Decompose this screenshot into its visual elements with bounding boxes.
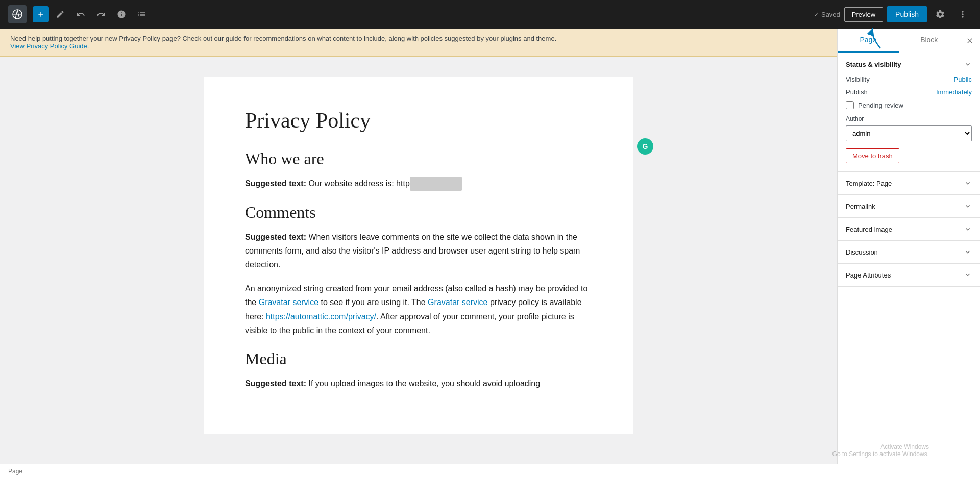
template-label: Template: Page	[846, 180, 892, 187]
permalink-label: Permalink	[846, 203, 875, 210]
page-attributes-section: Page Attributes	[838, 264, 980, 287]
preview-button[interactable]: Preview	[844, 7, 883, 22]
heading-media: Media	[245, 349, 592, 368]
publish-row: Publish Immediately	[846, 88, 972, 96]
featured-image-section: Featured image	[838, 218, 980, 241]
status-visibility-title: Status & visibility	[846, 61, 901, 68]
featured-image-label: Featured image	[846, 225, 892, 233]
visibility-row: Visibility Public	[846, 76, 972, 83]
publish-status-value[interactable]: Immediately	[936, 88, 972, 96]
gravatar-link[interactable]: Gravatar service	[259, 298, 318, 307]
visibility-value[interactable]: Public	[954, 76, 972, 83]
author-select[interactable]: admin	[846, 125, 972, 141]
paragraph-website-address: Suggested text: Our website address is: …	[245, 177, 592, 190]
template-section: Template: Page	[838, 172, 980, 195]
toolbar-left	[8, 5, 151, 23]
undo-button[interactable]	[71, 5, 90, 23]
paragraph-comments-1: Suggested text: When visitors leave comm…	[245, 230, 592, 272]
editor-content: G Privacy Policy Who we are Suggested te…	[204, 77, 633, 434]
heading-who-we-are: Who we are	[245, 149, 592, 168]
details-button[interactable]	[112, 5, 131, 23]
page-attributes-header[interactable]: Page Attributes	[838, 264, 980, 286]
add-block-button[interactable]	[33, 6, 49, 22]
main-area: Need help putting together your new Priv…	[0, 29, 980, 464]
privacy-policy-guide-link[interactable]: View Privacy Policy Guide.	[10, 42, 89, 50]
author-section: Author admin	[846, 115, 972, 141]
status-bar-label: Page	[8, 468, 22, 475]
status-visibility-section: Status & visibility Visibility Public Pu…	[838, 53, 980, 172]
pending-review-row: Pending review	[846, 101, 972, 109]
toolbar: ✓ Saved Preview Publish	[0, 0, 980, 29]
wp-logo	[8, 5, 27, 23]
page-title[interactable]: Privacy Policy	[245, 108, 592, 133]
permalink-header[interactable]: Permalink	[838, 195, 980, 217]
visibility-label: Visibility	[846, 76, 870, 83]
close-sidebar-button[interactable]	[960, 29, 980, 53]
paragraph-comments-2: An anonymized string created from your e…	[245, 282, 592, 337]
discussion-header[interactable]: Discussion	[838, 241, 980, 263]
author-label: Author	[846, 115, 972, 122]
status-bar: Page	[0, 464, 980, 478]
automattic-privacy-link[interactable]: https://automattic.com/privacy/	[266, 312, 376, 321]
list-view-button[interactable]	[133, 5, 151, 23]
template-header[interactable]: Template: Page	[838, 172, 980, 194]
status-visibility-header[interactable]: Status & visibility	[838, 53, 980, 76]
more-options-button[interactable]	[953, 5, 972, 23]
notice-text: Need help putting together your new Priv…	[10, 35, 556, 42]
toolbar-right: ✓ Saved Preview Publish	[814, 5, 972, 23]
sidebar-tabs: Page Block	[838, 29, 980, 53]
pending-review-checkbox[interactable]	[846, 101, 854, 109]
pending-review-label: Pending review	[858, 102, 903, 109]
featured-image-header[interactable]: Featured image	[838, 218, 980, 240]
redo-button[interactable]	[92, 5, 110, 23]
status-visibility-content: Visibility Public Publish Immediately Pe…	[838, 76, 980, 171]
discussion-section: Discussion	[838, 241, 980, 264]
notice-bar: Need help putting together your new Priv…	[0, 29, 837, 57]
move-to-trash-button[interactable]: Move to trash	[846, 148, 899, 163]
tab-block[interactable]: Block	[899, 29, 960, 53]
editor-area: G Privacy Policy Who we are Suggested te…	[0, 57, 837, 464]
permalink-section: Permalink	[838, 195, 980, 218]
settings-button[interactable]	[931, 5, 949, 23]
paragraph-media: Suggested text: If you upload images to …	[245, 376, 592, 390]
discussion-label: Discussion	[846, 248, 878, 256]
saved-text: ✓ Saved	[814, 11, 840, 18]
heading-comments: Comments	[245, 203, 592, 222]
page-attributes-label: Page Attributes	[846, 271, 891, 279]
saved-indicator: ✓ Saved	[814, 11, 840, 18]
sidebar: Page Block Status & visibility Visibilit…	[837, 29, 980, 464]
publish-status-label: Publish	[846, 88, 868, 96]
edit-button[interactable]	[51, 5, 69, 23]
gravatar-icon: G	[637, 138, 653, 155]
gravatar-service-link[interactable]: Gravatar service	[428, 298, 487, 307]
tab-page[interactable]: Page	[838, 29, 899, 53]
publish-button[interactable]: Publish	[887, 6, 927, 22]
